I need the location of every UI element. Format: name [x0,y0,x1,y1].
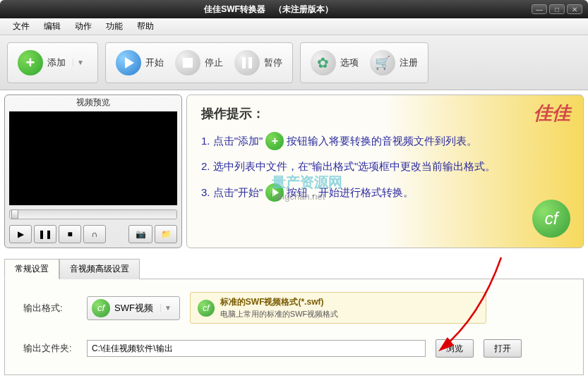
menu-file[interactable]: 文件 [6,20,37,32]
register-label: 注册 [400,56,418,69]
player-pause-button[interactable]: ❚❚ [34,225,56,243]
brand-logo: 佳佳 [534,101,570,126]
output-folder-input[interactable] [87,340,426,357]
output-format-label: 输出格式: [23,302,77,315]
titlebar: 佳佳SWF转换器 （未注册版本） — □ ✕ [0,0,588,18]
minimize-button[interactable]: — [532,4,547,14]
folder-button[interactable]: 📁 [155,225,177,243]
output-format-dropdown[interactable]: cf SWF视频 ▼ [87,296,180,320]
watermark-text: 量产资源网 [272,173,342,192]
player-loop-button[interactable]: ∩ [83,225,106,243]
pause-icon [234,50,260,75]
options-button[interactable]: ✿ 选项 [305,47,364,78]
settings-tabs: 常规设置 音视频高级设置 [4,258,584,279]
player-play-button[interactable]: ▶ [9,225,32,243]
gear-icon: ✿ [311,50,336,75]
plus-icon: + [18,50,43,75]
menu-function[interactable]: 功能 [99,20,130,32]
menu-edit[interactable]: 编辑 [37,20,68,32]
format-desc: 电脑上常用的标准的SWF视频格式 [220,310,338,318]
chevron-down-icon: ▼ [160,304,175,312]
preview-panel: 视频预览 ▶ ❚❚ ■ ∩ 📷 📁 [4,95,182,248]
add-label: 添加 [47,56,66,69]
swf-icon: cf [532,200,570,238]
maximize-button[interactable]: □ [549,4,565,14]
menu-help[interactable]: 帮助 [130,20,161,32]
format-info-box: cf 标准的SWF视频格式(*.swf) 电脑上常用的标准的SWF视频格式 [190,292,486,324]
stop-label: 停止 [205,56,223,69]
toolbar: + 添加 ▼ 开始 停止 暂停 ✿ 选项 🛒 注册 [0,35,588,90]
add-dropdown-arrow[interactable]: ▼ [73,59,88,66]
tab-advanced[interactable]: 音视频高级设置 [59,259,140,279]
browse-button[interactable]: 浏览 [436,339,474,358]
stop-button[interactable]: 停止 [169,47,229,78]
options-label: 选项 [340,56,359,69]
tips-panel: 佳佳 操作提示： 1. 点击"添加" + 按钮输入将要转换的音视频文件到列表。 … [186,95,584,248]
start-label: 开始 [145,56,164,69]
tab-general[interactable]: 常规设置 [4,259,59,279]
plus-icon: + [265,132,284,150]
swf-icon: cf [92,299,110,317]
format-title: 标准的SWF视频格式(*.swf) [220,296,338,308]
preview-title: 视频预览 [5,95,181,110]
close-button[interactable]: ✕ [567,4,582,14]
tip-line-2: 2. 选中列表中文件，在"输出格式"选项框中更改当前输出格式。 [201,160,569,173]
format-value: SWF视频 [114,302,153,315]
swf-icon: cf [198,300,215,317]
play-icon [116,50,141,75]
pause-button[interactable]: 暂停 [229,47,288,78]
stop-icon [175,50,200,75]
video-area [9,111,177,205]
watermark-url: liangchan.net [270,191,325,202]
tips-heading: 操作提示： [201,105,569,122]
add-button[interactable]: + 添加 ▼ [12,47,93,78]
settings-panel: 输出格式: cf SWF视频 ▼ cf 标准的SWF视频格式(*.swf) 电脑… [4,279,584,375]
tip-line-1: 1. 点击"添加" + 按钮输入将要转换的音视频文件到列表。 [201,132,569,150]
register-button[interactable]: 🛒 注册 [364,47,424,78]
output-folder-label: 输出文件夹: [23,342,77,355]
window-title: 佳佳SWF转换器 （未注册版本） [6,4,532,16]
player-stop-button[interactable]: ■ [59,225,81,243]
seek-thumb[interactable] [11,209,18,219]
pause-label: 暂停 [264,56,282,69]
cart-icon: 🛒 [370,50,395,75]
menubar: 文件 编辑 动作 功能 帮助 [0,18,588,35]
open-button[interactable]: 打开 [484,339,522,358]
seek-bar[interactable] [9,209,177,219]
tip-line-3: 3. 点击"开始" 按钮，开始进行格式转换。 [201,183,569,202]
snapshot-button[interactable]: 📷 [128,225,152,243]
menu-action[interactable]: 动作 [68,20,99,32]
start-button[interactable]: 开始 [110,47,169,78]
